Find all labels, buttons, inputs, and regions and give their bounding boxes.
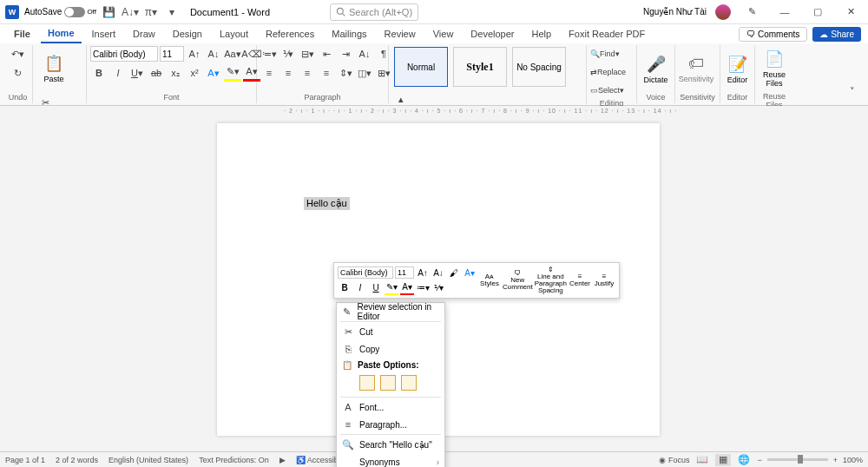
tab-file[interactable]: File xyxy=(7,24,37,43)
decrease-indent-button[interactable]: ⇤ xyxy=(318,45,335,62)
font-family-select[interactable] xyxy=(90,46,158,62)
numbering-button[interactable]: ⅟▾ xyxy=(279,45,297,62)
status-macro-icon[interactable]: ▶ xyxy=(279,456,286,464)
minimize-button[interactable]: — xyxy=(773,4,797,20)
status-language[interactable]: English (United States) xyxy=(108,456,188,464)
menu-font[interactable]: AFont... xyxy=(337,398,444,416)
sort-button[interactable]: A↓ xyxy=(356,45,373,62)
dictate-button[interactable]: 🎤Dictate xyxy=(641,46,671,93)
paste-button[interactable]: 📋Paste xyxy=(36,45,71,92)
mini-font-select[interactable] xyxy=(338,266,393,279)
style-normal[interactable]: Normal xyxy=(394,47,448,87)
select-button[interactable]: ▭ Select▾ xyxy=(590,82,624,99)
mini-numbering[interactable]: ⅟▾ xyxy=(431,281,445,295)
tab-layout[interactable]: Layout xyxy=(213,24,255,43)
undo-button[interactable]: ↶▾ xyxy=(10,45,27,62)
comments-button[interactable]: 🗨 Comments xyxy=(739,27,807,42)
sensitivity-button[interactable]: 🏷Sensitivity xyxy=(679,46,713,93)
multilevel-button[interactable]: ⊟▾ xyxy=(299,45,316,62)
status-predictions[interactable]: Text Predictions: On xyxy=(199,456,269,464)
change-case-button[interactable]: Aa▾ xyxy=(224,45,241,62)
mini-styles[interactable]: A▾ xyxy=(463,266,477,280)
style-no-spacing[interactable]: No Spacing xyxy=(512,47,566,87)
font-size-select[interactable] xyxy=(160,46,184,62)
editor-button[interactable]: 📝Editor xyxy=(724,46,751,93)
subscript-button[interactable]: x₂ xyxy=(167,64,184,82)
mini-font-color[interactable]: A▾ xyxy=(400,281,414,295)
tab-design[interactable]: Design xyxy=(166,24,209,43)
status-page[interactable]: Page 1 of 1 xyxy=(5,456,45,464)
mini-italic[interactable]: I xyxy=(353,281,367,295)
selected-text[interactable]: Hello cậu xyxy=(304,197,350,210)
mini-center[interactable]: ≡Center xyxy=(569,273,591,287)
status-words[interactable]: 2 of 2 words xyxy=(56,456,98,464)
grow-font-button[interactable]: A↑ xyxy=(186,45,203,62)
tab-foxit[interactable]: Foxit Reader PDF xyxy=(562,24,652,43)
mini-underline[interactable]: U xyxy=(369,281,383,295)
save-icon[interactable]: 💾 xyxy=(102,4,117,20)
line-spacing-button[interactable]: ⇕▾ xyxy=(337,64,354,82)
styles-up-button[interactable]: ▴ xyxy=(392,90,410,108)
close-button[interactable]: ✕ xyxy=(838,4,863,20)
mini-bullets[interactable]: ≔▾ xyxy=(416,281,430,295)
tab-draw[interactable]: Draw xyxy=(126,24,162,43)
strikethrough-button[interactable]: ab xyxy=(148,64,165,82)
avatar[interactable] xyxy=(715,4,731,20)
mini-line-spacing[interactable]: ⇕Line and Paragraph Spacing xyxy=(535,266,567,294)
shrink-font-button[interactable]: A↓ xyxy=(205,45,222,62)
mini-size-select[interactable] xyxy=(395,266,414,279)
bullets-button[interactable]: ≔▾ xyxy=(260,45,278,62)
zoom-slider[interactable] xyxy=(767,458,828,461)
qat-customize-icon[interactable]: ▾ xyxy=(164,4,180,20)
restore-button[interactable]: ▢ xyxy=(806,4,830,20)
find-button[interactable]: 🔍 Find▾ xyxy=(590,45,620,62)
reuse-files-button[interactable]: 📄Reuse Files xyxy=(759,45,790,92)
replace-button[interactable]: ⇄ Replace xyxy=(590,63,626,81)
tab-developer[interactable]: Developer xyxy=(464,24,521,43)
view-read-mode[interactable]: 📖 xyxy=(694,454,710,466)
underline-button[interactable]: U▾ xyxy=(128,64,146,82)
status-focus[interactable]: ◉ Focus xyxy=(659,456,689,464)
menu-synonyms[interactable]: Synonyms› xyxy=(337,453,444,467)
ribbon-collapse-button[interactable]: ˅ xyxy=(844,82,861,100)
pencil-icon[interactable]: ✎ xyxy=(740,4,764,20)
align-left-button[interactable]: ≡ xyxy=(260,64,278,82)
zoom-level[interactable]: 100% xyxy=(843,456,863,464)
username[interactable]: Nguyễn Như Tài xyxy=(643,7,707,16)
align-right-button[interactable]: ≡ xyxy=(299,64,316,82)
tab-mailings[interactable]: Mailings xyxy=(325,24,373,43)
bold-button[interactable]: B xyxy=(90,64,108,82)
italic-button[interactable]: I xyxy=(109,64,127,82)
mini-new-comment[interactable]: 🗨New Comment xyxy=(503,270,533,291)
tab-references[interactable]: References xyxy=(259,24,321,43)
qat-font-icon[interactable]: A↓▾ xyxy=(122,4,138,20)
mini-highlight[interactable]: ✎▾ xyxy=(385,281,398,295)
autosave-toggle[interactable] xyxy=(64,7,85,17)
menu-review-editor[interactable]: ✎Review selection in Editor xyxy=(337,303,444,320)
horizontal-ruler[interactable]: · 2 · ı · 1 · ı · · ı · 1 · ı · 2 · ı · … xyxy=(0,106,868,120)
menu-search[interactable]: 🔍Search "Hello cậu" xyxy=(337,436,444,453)
redo-button[interactable]: ↻ xyxy=(10,64,27,82)
paste-text-only[interactable] xyxy=(401,375,417,391)
style-style1[interactable]: Style1 xyxy=(453,47,507,87)
share-button[interactable]: ☁ Share xyxy=(812,27,861,42)
menu-copy[interactable]: ⎘Copy xyxy=(337,340,444,358)
view-web-layout[interactable]: 🌐 xyxy=(736,454,752,466)
mini-grow-font[interactable]: A↑ xyxy=(416,266,430,280)
tab-view[interactable]: View xyxy=(426,24,461,43)
tab-insert[interactable]: Insert xyxy=(85,24,123,43)
search-box[interactable]: Search (Alt+Q) xyxy=(330,3,418,21)
paste-merge[interactable] xyxy=(380,375,396,391)
mini-styles-button[interactable]: AᴀStyles xyxy=(478,273,501,287)
align-center-button[interactable]: ≡ xyxy=(279,64,297,82)
tab-home[interactable]: Home xyxy=(41,24,82,43)
paste-keep-source[interactable] xyxy=(359,375,375,391)
mini-justify[interactable]: ≡Justify xyxy=(593,273,615,287)
vertical-ruler[interactable] xyxy=(0,120,12,451)
menu-cut[interactable]: ✂Cut xyxy=(337,323,444,340)
mini-shrink-font[interactable]: A↓ xyxy=(431,266,445,280)
zoom-out-button[interactable]: − xyxy=(757,456,761,464)
justify-button[interactable]: ≡ xyxy=(318,64,335,82)
text-effects-button[interactable]: A▾ xyxy=(205,64,222,82)
mini-bold[interactable]: B xyxy=(338,281,352,295)
